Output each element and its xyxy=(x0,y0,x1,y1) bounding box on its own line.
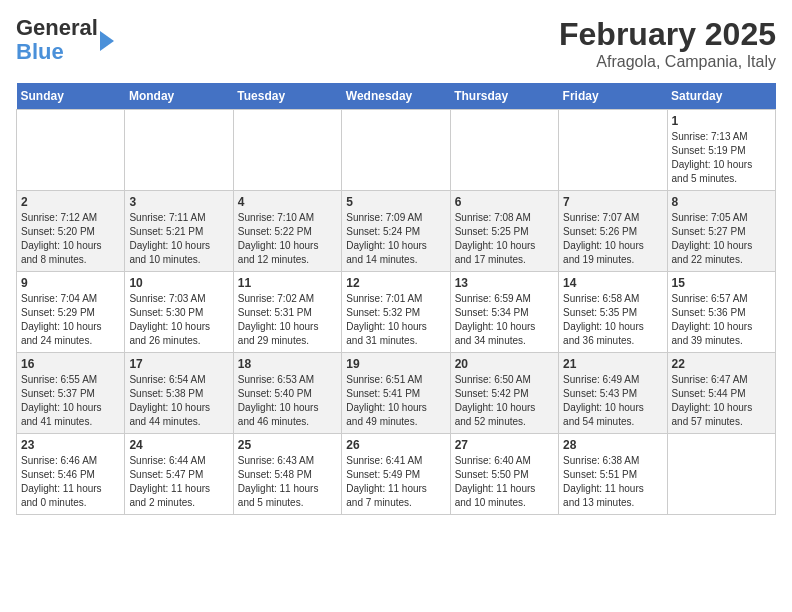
day-number: 12 xyxy=(346,276,445,290)
calendar-cell: 21Sunrise: 6:49 AM Sunset: 5:43 PM Dayli… xyxy=(559,353,667,434)
day-info: Sunrise: 7:04 AM Sunset: 5:29 PM Dayligh… xyxy=(21,292,120,348)
day-info: Sunrise: 6:54 AM Sunset: 5:38 PM Dayligh… xyxy=(129,373,228,429)
day-info: Sunrise: 6:44 AM Sunset: 5:47 PM Dayligh… xyxy=(129,454,228,510)
day-info: Sunrise: 7:10 AM Sunset: 5:22 PM Dayligh… xyxy=(238,211,337,267)
day-info: Sunrise: 6:58 AM Sunset: 5:35 PM Dayligh… xyxy=(563,292,662,348)
calendar-cell: 7Sunrise: 7:07 AM Sunset: 5:26 PM Daylig… xyxy=(559,191,667,272)
calendar-cell: 10Sunrise: 7:03 AM Sunset: 5:30 PM Dayli… xyxy=(125,272,233,353)
header-day-sunday: Sunday xyxy=(17,83,125,110)
day-info: Sunrise: 7:11 AM Sunset: 5:21 PM Dayligh… xyxy=(129,211,228,267)
day-number: 11 xyxy=(238,276,337,290)
day-number: 7 xyxy=(563,195,662,209)
day-number: 22 xyxy=(672,357,771,371)
calendar-cell: 27Sunrise: 6:40 AM Sunset: 5:50 PM Dayli… xyxy=(450,434,558,515)
day-number: 16 xyxy=(21,357,120,371)
calendar-week-2: 2Sunrise: 7:12 AM Sunset: 5:20 PM Daylig… xyxy=(17,191,776,272)
day-number: 10 xyxy=(129,276,228,290)
calendar-cell xyxy=(342,110,450,191)
day-number: 27 xyxy=(455,438,554,452)
calendar-cell: 12Sunrise: 7:01 AM Sunset: 5:32 PM Dayli… xyxy=(342,272,450,353)
calendar-cell: 13Sunrise: 6:59 AM Sunset: 5:34 PM Dayli… xyxy=(450,272,558,353)
header-day-tuesday: Tuesday xyxy=(233,83,341,110)
calendar-header-row: SundayMondayTuesdayWednesdayThursdayFrid… xyxy=(17,83,776,110)
day-number: 1 xyxy=(672,114,771,128)
day-number: 5 xyxy=(346,195,445,209)
header-day-wednesday: Wednesday xyxy=(342,83,450,110)
title-area: February 2025 Afragola, Campania, Italy xyxy=(559,16,776,71)
day-number: 28 xyxy=(563,438,662,452)
header-day-friday: Friday xyxy=(559,83,667,110)
calendar-cell: 11Sunrise: 7:02 AM Sunset: 5:31 PM Dayli… xyxy=(233,272,341,353)
logo: GeneralBlue xyxy=(16,16,114,64)
calendar-cell xyxy=(667,434,775,515)
day-number: 25 xyxy=(238,438,337,452)
calendar-cell: 15Sunrise: 6:57 AM Sunset: 5:36 PM Dayli… xyxy=(667,272,775,353)
calendar-cell: 25Sunrise: 6:43 AM Sunset: 5:48 PM Dayli… xyxy=(233,434,341,515)
calendar-cell: 26Sunrise: 6:41 AM Sunset: 5:49 PM Dayli… xyxy=(342,434,450,515)
day-info: Sunrise: 6:55 AM Sunset: 5:37 PM Dayligh… xyxy=(21,373,120,429)
header-day-thursday: Thursday xyxy=(450,83,558,110)
calendar-cell: 8Sunrise: 7:05 AM Sunset: 5:27 PM Daylig… xyxy=(667,191,775,272)
calendar-cell: 24Sunrise: 6:44 AM Sunset: 5:47 PM Dayli… xyxy=(125,434,233,515)
logo-arrow-icon xyxy=(100,31,114,51)
calendar-cell: 28Sunrise: 6:38 AM Sunset: 5:51 PM Dayli… xyxy=(559,434,667,515)
calendar-week-3: 9Sunrise: 7:04 AM Sunset: 5:29 PM Daylig… xyxy=(17,272,776,353)
day-info: Sunrise: 7:05 AM Sunset: 5:27 PM Dayligh… xyxy=(672,211,771,267)
logo-text: GeneralBlue xyxy=(16,16,98,64)
calendar-cell xyxy=(17,110,125,191)
calendar-cell xyxy=(125,110,233,191)
day-number: 20 xyxy=(455,357,554,371)
day-info: Sunrise: 6:40 AM Sunset: 5:50 PM Dayligh… xyxy=(455,454,554,510)
calendar-cell: 20Sunrise: 6:50 AM Sunset: 5:42 PM Dayli… xyxy=(450,353,558,434)
calendar-cell: 14Sunrise: 6:58 AM Sunset: 5:35 PM Dayli… xyxy=(559,272,667,353)
day-number: 4 xyxy=(238,195,337,209)
calendar-table: SundayMondayTuesdayWednesdayThursdayFrid… xyxy=(16,83,776,515)
calendar-cell: 22Sunrise: 6:47 AM Sunset: 5:44 PM Dayli… xyxy=(667,353,775,434)
calendar-week-4: 16Sunrise: 6:55 AM Sunset: 5:37 PM Dayli… xyxy=(17,353,776,434)
calendar-title: February 2025 xyxy=(559,16,776,53)
day-number: 21 xyxy=(563,357,662,371)
calendar-cell xyxy=(233,110,341,191)
day-info: Sunrise: 7:08 AM Sunset: 5:25 PM Dayligh… xyxy=(455,211,554,267)
day-number: 18 xyxy=(238,357,337,371)
day-number: 24 xyxy=(129,438,228,452)
header: GeneralBlue February 2025 Afragola, Camp… xyxy=(16,16,776,71)
calendar-body: 1Sunrise: 7:13 AM Sunset: 5:19 PM Daylig… xyxy=(17,110,776,515)
calendar-cell: 18Sunrise: 6:53 AM Sunset: 5:40 PM Dayli… xyxy=(233,353,341,434)
day-info: Sunrise: 7:02 AM Sunset: 5:31 PM Dayligh… xyxy=(238,292,337,348)
calendar-cell: 4Sunrise: 7:10 AM Sunset: 5:22 PM Daylig… xyxy=(233,191,341,272)
day-number: 19 xyxy=(346,357,445,371)
day-info: Sunrise: 7:01 AM Sunset: 5:32 PM Dayligh… xyxy=(346,292,445,348)
day-number: 9 xyxy=(21,276,120,290)
day-info: Sunrise: 6:50 AM Sunset: 5:42 PM Dayligh… xyxy=(455,373,554,429)
day-info: Sunrise: 6:49 AM Sunset: 5:43 PM Dayligh… xyxy=(563,373,662,429)
day-number: 3 xyxy=(129,195,228,209)
day-number: 13 xyxy=(455,276,554,290)
day-info: Sunrise: 6:53 AM Sunset: 5:40 PM Dayligh… xyxy=(238,373,337,429)
calendar-cell: 19Sunrise: 6:51 AM Sunset: 5:41 PM Dayli… xyxy=(342,353,450,434)
day-info: Sunrise: 6:59 AM Sunset: 5:34 PM Dayligh… xyxy=(455,292,554,348)
header-day-saturday: Saturday xyxy=(667,83,775,110)
day-info: Sunrise: 6:46 AM Sunset: 5:46 PM Dayligh… xyxy=(21,454,120,510)
day-info: Sunrise: 7:09 AM Sunset: 5:24 PM Dayligh… xyxy=(346,211,445,267)
day-number: 17 xyxy=(129,357,228,371)
calendar-cell xyxy=(450,110,558,191)
calendar-cell: 5Sunrise: 7:09 AM Sunset: 5:24 PM Daylig… xyxy=(342,191,450,272)
day-info: Sunrise: 7:13 AM Sunset: 5:19 PM Dayligh… xyxy=(672,130,771,186)
calendar-cell: 9Sunrise: 7:04 AM Sunset: 5:29 PM Daylig… xyxy=(17,272,125,353)
day-info: Sunrise: 6:38 AM Sunset: 5:51 PM Dayligh… xyxy=(563,454,662,510)
calendar-cell: 3Sunrise: 7:11 AM Sunset: 5:21 PM Daylig… xyxy=(125,191,233,272)
day-info: Sunrise: 7:07 AM Sunset: 5:26 PM Dayligh… xyxy=(563,211,662,267)
calendar-cell: 1Sunrise: 7:13 AM Sunset: 5:19 PM Daylig… xyxy=(667,110,775,191)
calendar-cell: 6Sunrise: 7:08 AM Sunset: 5:25 PM Daylig… xyxy=(450,191,558,272)
day-info: Sunrise: 6:57 AM Sunset: 5:36 PM Dayligh… xyxy=(672,292,771,348)
calendar-cell xyxy=(559,110,667,191)
calendar-cell: 2Sunrise: 7:12 AM Sunset: 5:20 PM Daylig… xyxy=(17,191,125,272)
day-info: Sunrise: 6:43 AM Sunset: 5:48 PM Dayligh… xyxy=(238,454,337,510)
day-info: Sunrise: 7:12 AM Sunset: 5:20 PM Dayligh… xyxy=(21,211,120,267)
day-number: 6 xyxy=(455,195,554,209)
calendar-cell: 16Sunrise: 6:55 AM Sunset: 5:37 PM Dayli… xyxy=(17,353,125,434)
day-number: 8 xyxy=(672,195,771,209)
day-number: 26 xyxy=(346,438,445,452)
day-number: 14 xyxy=(563,276,662,290)
